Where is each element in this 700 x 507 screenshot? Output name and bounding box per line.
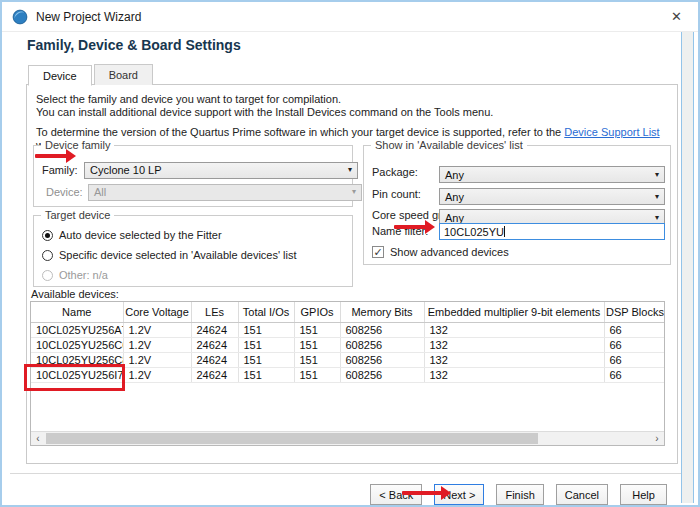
table-cell: 1.2V xyxy=(123,352,191,367)
chevron-down-icon: ▾ xyxy=(655,171,659,179)
family-dropdown-value: Cyclone 10 LP xyxy=(90,164,162,176)
table-cell: 151 xyxy=(294,352,340,367)
device-dropdown: All ▾ xyxy=(88,184,362,201)
device-tab-panel: Select the family and device you want to… xyxy=(26,84,678,464)
radio-icon xyxy=(42,250,53,261)
available-devices-label: Available devices: xyxy=(31,288,119,300)
device-family-group: Device family Family: Cyclone 10 LP ▾ De… xyxy=(33,145,353,207)
package-dropdown[interactable]: Any ▾ xyxy=(439,166,665,183)
table-cell: 24624 xyxy=(191,322,238,337)
name-filter-label: Name filter: xyxy=(372,225,428,237)
scroll-left-icon[interactable]: ‹ xyxy=(31,432,45,445)
show-in-group-title: Show in 'Available devices' list xyxy=(371,139,527,151)
table-row[interactable]: 10CL025YU256C6G1.2V246241511516082561326… xyxy=(31,337,665,352)
device-dropdown-value: All xyxy=(94,186,106,198)
table-cell: 10CL025YU256C8G xyxy=(31,352,123,367)
column-header[interactable]: Embedded multiplier 9-bit elements xyxy=(424,302,604,322)
table-cell: 608256 xyxy=(340,322,424,337)
table-cell: 66 xyxy=(604,337,665,352)
table-cell: 66 xyxy=(604,367,665,382)
new-project-wizard-dialog: New Project Wizard ✕ Family, Device & Bo… xyxy=(0,0,700,507)
target-device-group-title: Target device xyxy=(41,209,114,221)
available-devices-table: NameCore VoltageLEsTotal I/OsGPIOsMemory… xyxy=(30,301,665,446)
column-header[interactable]: Name xyxy=(31,302,123,322)
device-label: Device: xyxy=(46,186,83,198)
table-cell: 151 xyxy=(294,367,340,382)
family-dropdown[interactable]: Cyclone 10 LP ▾ xyxy=(84,162,358,179)
text-caret xyxy=(504,226,505,237)
family-label: Family: xyxy=(42,164,77,176)
column-header[interactable]: LEs xyxy=(191,302,238,322)
title-bar: New Project Wizard ✕ xyxy=(2,2,698,32)
table-row[interactable]: 10CL025YU256I7G1.2V246241511516082561326… xyxy=(31,367,665,382)
table-row[interactable]: 10CL025YU256C8G1.2V246241511516082561326… xyxy=(31,352,665,367)
radio-option-label: Specific device selected in 'Available d… xyxy=(59,249,297,261)
checkbox-checked-icon: ✓ xyxy=(372,246,384,258)
pin-count-dropdown[interactable]: Any ▾ xyxy=(439,188,665,205)
intro-text: Select the family and device you want to… xyxy=(36,93,677,152)
column-header[interactable]: GPIOs xyxy=(294,302,340,322)
column-header[interactable]: DSP Blocks xyxy=(604,302,665,322)
tab-board[interactable]: Board xyxy=(94,64,153,85)
help-button[interactable]: Help xyxy=(620,484,667,505)
device-family-group-title: Device family xyxy=(41,139,114,151)
core-speed-grade-dropdown-value: Any xyxy=(445,212,464,224)
chevron-down-icon: ▾ xyxy=(655,214,659,222)
radio-icon xyxy=(42,270,53,281)
table-cell: 132 xyxy=(424,322,604,337)
window-title: New Project Wizard xyxy=(36,10,141,24)
show-advanced-devices-checkbox[interactable]: ✓ Show advanced devices xyxy=(372,246,509,258)
radio-option-label: Auto device selected by the Fitter xyxy=(59,229,222,241)
table-cell: 608256 xyxy=(340,337,424,352)
back-button[interactable]: < Back xyxy=(370,484,422,505)
target-device-group: Target device Auto device selected by th… xyxy=(33,215,353,287)
scrollbar-thumb[interactable] xyxy=(46,433,538,444)
package-dropdown-value: Any xyxy=(445,169,464,181)
table-cell: 151 xyxy=(238,367,294,382)
horizontal-scrollbar[interactable]: ‹ › xyxy=(31,431,664,445)
radio-option[interactable]: Specific device selected in 'Available d… xyxy=(42,248,297,262)
table-cell: 132 xyxy=(424,352,604,367)
table-cell: 66 xyxy=(604,352,665,367)
table-cell: 10CL025YU256C6G xyxy=(31,337,123,352)
table-cell: 1.2V xyxy=(123,322,191,337)
intro-line-1: Select the family and device you want to… xyxy=(36,93,677,106)
table-cell: 132 xyxy=(424,367,604,382)
radio-option[interactable]: Auto device selected by the Fitter xyxy=(42,228,222,242)
quartus-logo-icon xyxy=(12,9,28,25)
show-in-available-devices-group: Show in 'Available devices' list Package… xyxy=(363,145,671,265)
finish-button[interactable]: Finish xyxy=(496,484,543,505)
table-cell: 151 xyxy=(294,322,340,337)
chevron-down-icon: ▾ xyxy=(348,166,352,174)
name-filter-input[interactable]: 10CL025YU xyxy=(439,223,665,240)
next-button[interactable]: Next > xyxy=(434,484,484,505)
tab-bar: DeviceBoard xyxy=(28,64,155,85)
column-header[interactable]: Total I/Os xyxy=(238,302,294,322)
name-filter-value: 10CL025YU xyxy=(444,226,504,238)
pin-count-label: Pin count: xyxy=(372,188,421,200)
pin-count-dropdown-value: Any xyxy=(445,191,464,203)
column-header[interactable]: Core Voltage xyxy=(123,302,191,322)
table-cell: 24624 xyxy=(191,352,238,367)
table-cell: 24624 xyxy=(191,367,238,382)
table-cell: 10CL025YU256A7G xyxy=(31,322,123,337)
scroll-right-icon[interactable]: › xyxy=(650,432,664,445)
table-cell: 608256 xyxy=(340,367,424,382)
intro-line-2: You can install additional device suppor… xyxy=(36,106,677,119)
cancel-button[interactable]: Cancel xyxy=(556,484,608,505)
package-label: Package: xyxy=(372,166,418,178)
table-cell: 151 xyxy=(238,352,294,367)
close-icon[interactable]: ✕ xyxy=(665,7,688,26)
column-header[interactable]: Memory Bits xyxy=(340,302,424,322)
table-cell: 151 xyxy=(238,322,294,337)
table-cell: 151 xyxy=(238,337,294,352)
show-advanced-devices-label: Show advanced devices xyxy=(390,246,509,258)
tab-device[interactable]: Device xyxy=(28,65,92,86)
table-cell: 1.2V xyxy=(123,337,191,352)
device-support-list-link[interactable]: Device Support List xyxy=(564,126,659,138)
table-row[interactable]: 10CL025YU256A7G1.2V246241511516082561326… xyxy=(31,322,665,337)
chevron-down-icon: ▾ xyxy=(655,193,659,201)
table-cell: 608256 xyxy=(340,352,424,367)
radio-option: Other: n/a xyxy=(42,268,108,282)
table-cell: 10CL025YU256I7G xyxy=(31,367,123,382)
